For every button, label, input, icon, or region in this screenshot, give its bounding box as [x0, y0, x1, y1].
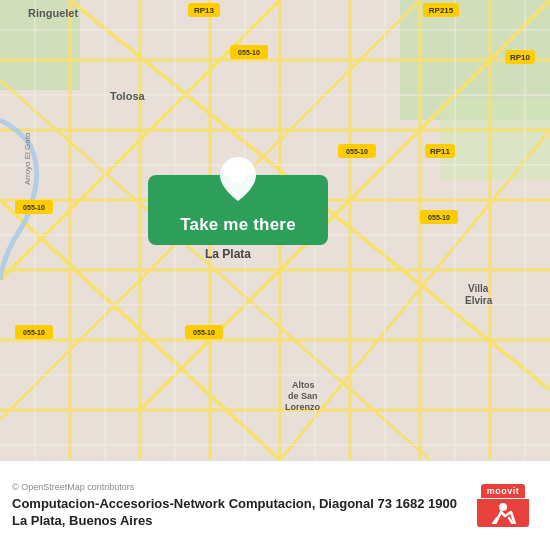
svg-text:055-10: 055-10: [193, 329, 215, 336]
moovit-logo[interactable]: moovit: [468, 481, 538, 531]
location-name: Computacion-Accesorios-Network Computaci…: [12, 496, 468, 530]
moovit-logo-icon: [477, 499, 529, 527]
moovit-logo-text: moovit: [481, 484, 526, 498]
svg-text:055-10: 055-10: [23, 204, 45, 211]
svg-text:055-10: 055-10: [238, 49, 260, 56]
location-pin-icon: [220, 157, 256, 204]
svg-text:Arroyo El Gato: Arroyo El Gato: [23, 132, 32, 185]
svg-text:Villa: Villa: [468, 283, 489, 294]
take-me-there-button[interactable]: Take me there: [148, 175, 328, 245]
svg-text:de San: de San: [288, 391, 318, 401]
svg-rect-3: [440, 100, 550, 180]
svg-text:Lorenzo: Lorenzo: [285, 402, 321, 412]
osm-credit: © OpenStreetMap contributors: [12, 482, 468, 492]
button-label: Take me there: [180, 215, 296, 235]
svg-text:Altos: Altos: [292, 380, 315, 390]
svg-text:RP13: RP13: [194, 6, 215, 15]
svg-text:Ringuelet: Ringuelet: [28, 7, 78, 19]
svg-text:RP11: RP11: [430, 147, 451, 156]
svg-point-68: [230, 167, 246, 183]
svg-text:Tolosa: Tolosa: [110, 90, 146, 102]
svg-text:055-10: 055-10: [428, 214, 450, 221]
svg-text:055-10: 055-10: [23, 329, 45, 336]
location-info: © OpenStreetMap contributors Computacion…: [12, 482, 468, 530]
svg-point-69: [499, 503, 507, 511]
map-container: RP13 RP215 RP10 RP11 055-10 055-10 055-1…: [0, 0, 550, 460]
svg-text:055-10: 055-10: [346, 148, 368, 155]
svg-text:La Plata: La Plata: [205, 247, 251, 261]
svg-text:Elvira: Elvira: [465, 295, 493, 306]
svg-text:RP215: RP215: [429, 6, 454, 15]
bottom-bar: © OpenStreetMap contributors Computacion…: [0, 460, 550, 550]
svg-text:RP10: RP10: [510, 53, 531, 62]
